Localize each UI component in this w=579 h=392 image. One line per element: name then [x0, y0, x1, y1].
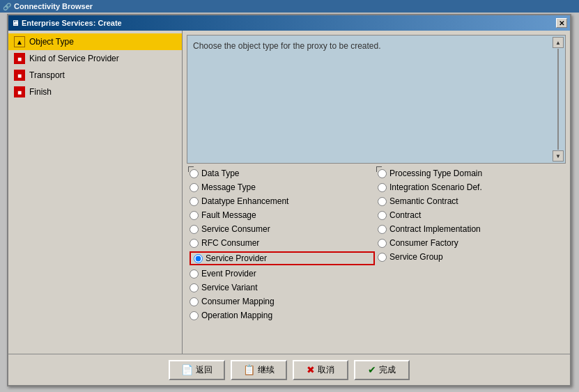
continue-label: 继续	[258, 364, 275, 376]
dialog-icon: 🖥	[11, 19, 19, 27]
label-service-variant: Service Variant	[201, 283, 257, 292]
description-text: Choose the object type for the proxy to …	[193, 41, 381, 51]
radio-item-rfc-consumer: RFC Consumer	[190, 237, 375, 249]
warning-icon: ▲	[14, 36, 25, 47]
options-area: Data Type Message Type Datatype Enhancem…	[187, 168, 566, 321]
scroll-up-button[interactable]: ▲	[553, 37, 564, 48]
corner-marker-tr	[376, 166, 382, 172]
radio-item-contract-implementation: Contract Implementation	[378, 224, 563, 235]
scrollbar[interactable]: ▲ ▼	[553, 37, 564, 162]
radio-item-semantic-contract: Semantic Contract	[378, 196, 563, 207]
sidebar-item-object-type[interactable]: ▲ Object Type	[8, 33, 182, 50]
label-datatype-enhancement: Datatype Enhancement	[201, 196, 288, 206]
error-icon-2: ■	[14, 70, 25, 81]
radio-event-provider[interactable]	[190, 269, 199, 279]
label-operation-mapping: Operation Mapping	[201, 311, 272, 320]
radio-service-consumer[interactable]	[190, 225, 199, 234]
dialog-footer: 📄 返回 📋 继续 ✖ 取消 ✔ 完成	[8, 354, 570, 385]
sidebar-label-object-type: Object Type	[29, 37, 74, 47]
sidebar-item-kind-of-service-provider[interactable]: ■ Kind of Service Provider	[8, 50, 182, 67]
options-col-left: Data Type Message Type Datatype Enhancem…	[190, 168, 375, 321]
label-fault-message: Fault Message	[201, 210, 256, 220]
radio-item-service-variant: Service Variant	[190, 282, 375, 293]
label-event-provider: Event Provider	[201, 269, 256, 279]
dialog-title: Enterprise Services: Create	[22, 19, 122, 27]
label-service-group: Service Group	[389, 252, 443, 262]
label-semantic-contract: Semantic Contract	[389, 196, 458, 206]
radio-fault-message[interactable]	[190, 211, 199, 220]
radio-item-datatype-enhancement: Datatype Enhancement	[190, 196, 375, 207]
continue-button[interactable]: 📋 继续	[231, 360, 287, 380]
finish-label: 完成	[379, 364, 396, 376]
label-data-type: Data Type	[201, 168, 239, 178]
label-contract: Contract	[389, 210, 421, 220]
cancel-label: 取消	[318, 364, 334, 376]
window-titlebar: 🔗 Connectivity Browser	[0, 0, 579, 13]
label-service-consumer: Service Consumer	[201, 224, 270, 234]
radio-rfc-consumer[interactable]	[190, 239, 199, 248]
radio-item-service-provider-selected: Service Provider	[190, 251, 375, 265]
dialog-close-button[interactable]: ✕	[556, 18, 567, 28]
radio-item-data-type: Data Type	[190, 168, 375, 179]
label-message-type: Message Type	[201, 182, 256, 192]
radio-item-service-group: Service Group	[378, 251, 563, 262]
back-label: 返回	[196, 364, 213, 376]
radio-item-operation-mapping: Operation Mapping	[190, 310, 375, 321]
radio-datatype-enhancement[interactable]	[190, 197, 199, 206]
content-area: Choose the object type for the proxy to …	[183, 31, 570, 354]
radio-contract[interactable]	[378, 211, 387, 220]
radio-item-service-consumer: Service Consumer	[190, 224, 375, 235]
window-title: Connectivity Browser	[14, 2, 93, 10]
radio-integration-scenario-def[interactable]	[378, 183, 387, 192]
continue-icon: 📋	[243, 364, 255, 375]
label-consumer-factory: Consumer Factory	[389, 238, 458, 248]
radio-item-integration-scenario-def: Integration Scenario Def.	[378, 182, 563, 193]
corner-marker-tl	[188, 166, 194, 172]
radio-consumer-factory[interactable]	[378, 239, 387, 248]
label-processing-type-domain: Processing Type Domain	[389, 168, 482, 178]
scroll-down-button[interactable]: ▼	[553, 150, 564, 162]
sidebar-item-finish[interactable]: ■ Finish	[8, 84, 182, 100]
window-icon: 🔗	[3, 3, 11, 10]
radio-message-type[interactable]	[190, 183, 199, 192]
radio-item-contract: Contract	[378, 210, 563, 221]
error-icon-1: ■	[14, 53, 25, 64]
radio-item-consumer-mapping: Consumer Mapping	[190, 296, 375, 307]
radio-item-event-provider: Event Provider	[190, 268, 375, 279]
label-contract-implementation: Contract Implementation	[389, 224, 481, 234]
error-icon-3: ■	[14, 86, 25, 97]
options-col-right: Processing Type Domain Integration Scena…	[378, 168, 563, 321]
finish-button[interactable]: ✔ 完成	[354, 360, 410, 380]
sidebar-label-kind: Kind of Service Provider	[29, 54, 119, 63]
label-service-provider: Service Provider	[206, 253, 267, 263]
radio-item-processing-type-domain: Processing Type Domain	[378, 168, 563, 179]
label-rfc-consumer: RFC Consumer	[201, 238, 259, 248]
back-button[interactable]: 📄 返回	[169, 360, 225, 380]
sidebar-label-transport: Transport	[29, 70, 65, 80]
finish-icon: ✔	[368, 364, 376, 375]
radio-operation-mapping[interactable]	[190, 311, 199, 320]
label-consumer-mapping: Consumer Mapping	[201, 297, 275, 306]
dialog-titlebar: 🖥 Enterprise Services: Create ✕	[8, 15, 570, 31]
radio-service-provider[interactable]	[194, 254, 203, 263]
sidebar-item-transport[interactable]: ■ Transport	[8, 67, 182, 84]
radio-service-variant[interactable]	[190, 283, 199, 292]
back-icon: 📄	[181, 364, 193, 375]
sidebar-label-finish: Finish	[29, 87, 52, 97]
radio-contract-implementation[interactable]	[378, 225, 387, 234]
radio-item-message-type: Message Type	[190, 182, 375, 193]
dialog-title-left: 🖥 Enterprise Services: Create	[11, 19, 122, 27]
cancel-button[interactable]: ✖ 取消	[293, 360, 348, 380]
dialog-body: ▲ Object Type ■ Kind of Service Provider…	[8, 31, 570, 354]
cancel-icon: ✖	[307, 364, 315, 375]
label-integration-scenario-def: Integration Scenario Def.	[389, 182, 482, 192]
radio-semantic-contract[interactable]	[378, 197, 387, 206]
radio-item-consumer-factory: Consumer Factory	[378, 237, 563, 249]
radio-item-fault-message: Fault Message	[190, 210, 375, 221]
description-box: Choose the object type for the proxy to …	[187, 35, 566, 164]
radio-consumer-mapping[interactable]	[190, 297, 199, 306]
dialog: 🖥 Enterprise Services: Create ✕ ▲ Object…	[7, 14, 571, 386]
sidebar: ▲ Object Type ■ Kind of Service Provider…	[8, 31, 183, 354]
radio-service-group[interactable]	[378, 253, 387, 262]
